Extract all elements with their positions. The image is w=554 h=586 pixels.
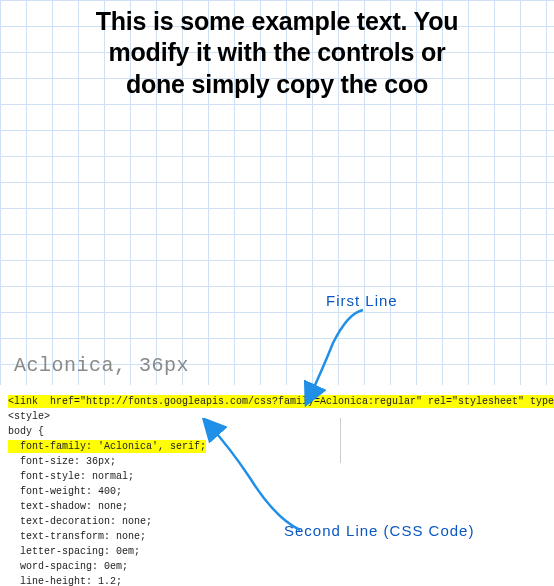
example-text-line1: This is some example text. You bbox=[10, 6, 544, 37]
example-text-block: This is some example text. You modify it… bbox=[0, 6, 554, 100]
code-line-height: line-height: 1.2; bbox=[8, 576, 122, 586]
annotation-first-line: First Line bbox=[326, 292, 398, 309]
code-font-weight: font-weight: 400; bbox=[8, 486, 122, 497]
code-text-decoration: text-decoration: none; bbox=[8, 516, 152, 527]
example-text-line2: modify it with the controls or bbox=[10, 37, 544, 68]
font-label: Aclonica, 36px bbox=[14, 354, 189, 377]
code-text-transform: text-transform: none; bbox=[8, 531, 146, 542]
code-font-style: font-style: normal; bbox=[8, 471, 134, 482]
code-word-spacing: word-spacing: 0em; bbox=[8, 561, 128, 572]
code-font-family: font-family: 'Aclonica', serif; bbox=[8, 440, 206, 453]
code-body-open: body { bbox=[8, 426, 44, 437]
code-style-open: <style> bbox=[8, 411, 50, 422]
code-link-line: <link href="http://fonts.googleapis.com/… bbox=[8, 395, 554, 408]
example-text-line3: done simply copy the coo bbox=[10, 69, 544, 100]
code-text-shadow: text-shadow: none; bbox=[8, 501, 128, 512]
css-code-block: <link href="http://fonts.googleapis.com/… bbox=[8, 394, 548, 586]
vertical-separator bbox=[340, 418, 341, 463]
code-letter-spacing: letter-spacing: 0em; bbox=[8, 546, 140, 557]
code-font-size: font-size: 36px; bbox=[8, 456, 116, 467]
annotation-second-line: Second Line (CSS Code) bbox=[284, 522, 474, 539]
